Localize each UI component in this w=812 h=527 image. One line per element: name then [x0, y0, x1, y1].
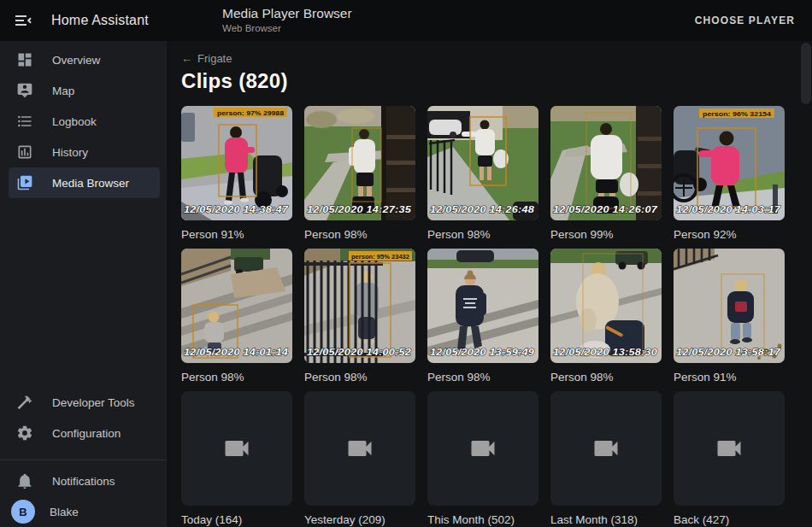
clip-caption: Person 91% — [674, 368, 785, 386]
play-box-multiple-icon — [16, 174, 33, 191]
video-camera-icon — [714, 433, 744, 464]
player-title-block: Media Player Browser Web Browser — [222, 6, 352, 34]
sidebar-item-overview[interactable]: Overview — [9, 44, 160, 75]
folder-thumbnail[interactable] — [304, 391, 415, 506]
breadcrumb-label: Frigate — [197, 52, 232, 65]
folder-thumbnail[interactable] — [674, 391, 785, 506]
clip-item[interactable]: 12/05/2020 13:58:30 Person 98% — [550, 249, 662, 386]
folder-label: Back (427) — [674, 511, 785, 527]
clip-timestamp: 12/05/2020 14:26:48 — [430, 204, 535, 214]
folder-item[interactable]: This Month (502) — [427, 391, 538, 527]
scrollbar-thumb[interactable] — [801, 43, 811, 104]
folder-item[interactable]: Yesterday (209) — [304, 391, 415, 527]
sidebar-item-label: History — [52, 146, 88, 159]
clip-thumbnail[interactable]: 12/05/2020 13:59:49 — [427, 249, 538, 363]
detection-label: person: 95% 23432 — [349, 251, 412, 261]
sidebar-item-notifications[interactable]: Notifications — [9, 466, 160, 496]
clip-caption: Person 98% — [181, 368, 292, 386]
scene-art — [304, 106, 415, 220]
folder-thumbnail[interactable] — [427, 391, 538, 506]
clip-thumbnail[interactable]: 12/05/2020 13:58:17 — [674, 249, 785, 363]
sidebar-item-history[interactable]: History — [9, 137, 160, 167]
detection-label-text: person: 95% 23432 — [351, 253, 409, 261]
clip-item[interactable]: person: 95% 23432 12/05/2020 14:00:52 Pe… — [304, 249, 415, 386]
clip-thumbnail[interactable]: 12/05/2020 14:26:07 — [550, 106, 662, 220]
scene-art — [427, 106, 538, 220]
detection-label-text: person: 97% 29988 — [217, 109, 284, 117]
player-title: Media Player Browser — [222, 6, 352, 21]
clip-thumbnail[interactable]: person: 96% 32154 12/05/2020 14:03:17 — [674, 106, 785, 220]
clip-caption: Person 99% — [550, 225, 662, 243]
clip-timestamp: 12/05/2020 14:27:35 — [307, 204, 412, 214]
avatar: B — [11, 500, 35, 524]
clip-scene: person: 96% 32154 12/05/2020 14:03:17 — [674, 106, 785, 220]
clip-caption: Person 98% — [304, 368, 415, 386]
folder-label: Last Month (318) — [550, 511, 662, 527]
video-camera-icon — [591, 433, 621, 464]
folder-item[interactable]: Last Month (318) — [550, 391, 662, 527]
sidebar-item-logbook[interactable]: Logbook — [9, 106, 160, 137]
clip-timestamp: 12/05/2020 13:58:30 — [553, 347, 658, 357]
sidebar-item-map[interactable]: Map — [9, 75, 160, 106]
clip-scene: 12/05/2020 13:58:17 — [674, 249, 785, 363]
sidebar-item-developer-tools[interactable]: Developer Tools — [9, 387, 160, 418]
clip-scene: person: 95% 23432 12/05/2020 14:00:52 — [304, 249, 415, 363]
scene-art — [674, 249, 785, 363]
sidebar-item-profile[interactable]: B Blake — [9, 496, 160, 527]
clip-timestamp: 12/05/2020 14:01:14 — [184, 347, 288, 357]
scene-art — [550, 249, 662, 363]
clip-item[interactable]: 12/05/2020 14:26:48 Person 98% — [427, 106, 538, 243]
sidebar-item-configuration[interactable]: Configuration — [9, 418, 160, 448]
sidebar-item-label: Logbook — [52, 115, 97, 128]
video-camera-icon — [344, 433, 375, 464]
detection-label-text: person: 96% 32154 — [703, 110, 772, 118]
menu-open-icon[interactable] — [13, 10, 33, 31]
clip-scene: 12/05/2020 14:26:07 — [550, 106, 662, 220]
clip-scene: 12/05/2020 13:59:49 — [427, 249, 538, 363]
clip-item[interactable]: 12/05/2020 14:27:35 Person 98% — [304, 106, 415, 243]
clip-timestamp: 12/05/2020 13:58:17 — [676, 347, 781, 357]
clip-caption: Person 92% — [674, 225, 785, 243]
breadcrumb[interactable]: ← Frigate — [181, 51, 232, 65]
clip-item[interactable]: person: 96% 32154 12/05/2020 14:03:17 Pe… — [674, 106, 785, 243]
sidebar-item-label: Media Browser — [52, 177, 129, 190]
sidebar-spacer — [0, 198, 167, 387]
clip-thumbnail[interactable]: person: 97% 29988 12/05/2020 14:38:47 — [181, 106, 292, 220]
clip-timestamp: 12/05/2020 14:03:17 — [676, 204, 781, 214]
folder-thumbnail[interactable] — [550, 391, 662, 506]
clip-timestamp: 12/05/2020 14:00:52 — [307, 347, 411, 357]
clip-scene: 12/05/2020 13:58:30 — [550, 249, 662, 363]
clip-timestamp: 12/05/2020 14:26:07 — [553, 204, 658, 214]
detection-label: person: 96% 32154 — [699, 108, 774, 118]
page-title: Clips (820) — [181, 69, 798, 93]
clip-thumbnail[interactable]: 12/05/2020 14:27:35 — [304, 106, 415, 220]
chart-box-icon — [16, 143, 33, 161]
scene-art — [181, 249, 292, 363]
folder-item[interactable]: Today (164) — [181, 391, 292, 527]
folder-label: Today (164) — [181, 511, 292, 527]
clip-thumbnail[interactable]: person: 95% 23432 12/05/2020 14:00:52 — [304, 249, 415, 363]
clip-thumbnail[interactable]: 12/05/2020 14:01:14 — [181, 249, 292, 363]
clip-item[interactable]: 12/05/2020 14:26:07 Person 99% — [550, 106, 662, 243]
clip-item[interactable]: 12/05/2020 13:58:17 Person 91% — [674, 249, 785, 386]
clip-scene: 12/05/2020 14:27:35 — [304, 106, 415, 220]
clip-item[interactable]: person: 97% 29988 12/05/2020 14:38:47 Pe… — [181, 106, 292, 243]
clip-item[interactable]: 12/05/2020 14:01:14 Person 98% — [181, 249, 292, 386]
choose-player-button[interactable]: CHOOSE PLAYER — [690, 0, 800, 41]
scene-art — [427, 249, 538, 363]
clips-grid: person: 97% 29988 12/05/2020 14:38:47 Pe… — [181, 106, 798, 527]
sidebar-item-label: Developer Tools — [52, 396, 135, 409]
scene-art — [304, 249, 415, 363]
sidebar-item-label: Map — [52, 85, 74, 97]
folder-thumbnail[interactable] — [181, 391, 292, 506]
clip-thumbnail[interactable]: 12/05/2020 13:58:30 — [550, 249, 662, 363]
clip-caption: Person 98% — [550, 368, 662, 386]
clip-item[interactable]: 12/05/2020 13:59:49 Person 98% — [427, 249, 538, 386]
sidebar-item-media-browser[interactable]: Media Browser — [9, 167, 160, 198]
folder-label: This Month (502) — [427, 511, 538, 527]
sidebar: Overview Map Logbook History Media Brows… — [0, 41, 167, 527]
clip-thumbnail[interactable]: 12/05/2020 14:26:48 — [427, 106, 538, 220]
media-browser-content: ← Frigate Clips (820) — [167, 41, 812, 527]
folder-item[interactable]: Back (427) — [674, 391, 785, 527]
video-camera-icon — [468, 433, 498, 464]
